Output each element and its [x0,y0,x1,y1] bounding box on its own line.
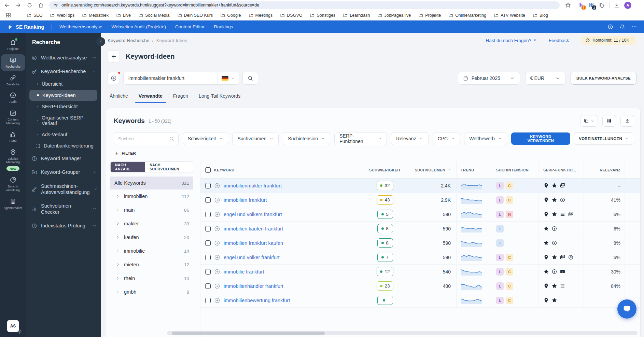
rail-item-recherche[interactable]: Recherche [1,54,25,71]
row-checkbox[interactable] [205,240,211,246]
rail-item-backlinks[interactable]: Backlinks [1,72,25,89]
group-item-gmbh[interactable]: gmbh8 [110,285,193,299]
brand[interactable]: SE Ranking [7,24,44,30]
presets-button[interactable]: VOREINSTELLUNGEN [574,132,634,145]
keyword-link[interactable]: immobilienbewertung frankfurt [224,298,290,303]
columns-button[interactable] [602,115,616,127]
use-keyword-button[interactable]: KEYWORD VERWENDEN [511,132,570,145]
topnav-item[interactable]: Wettbewerbsanalyse [59,24,102,29]
topnav-item[interactable]: Rankings [214,24,233,29]
region-select[interactable] [217,72,239,84]
keyword-input[interactable] [124,75,217,81]
table-row[interactable]: immobilien frankfurt kaufen8590I$8% [200,236,640,250]
back-button[interactable] [108,50,120,62]
extension-1[interactable]: 7 [578,2,584,8]
row-checkbox[interactable] [205,269,211,275]
back-icon[interactable] [4,2,10,8]
sidebar-item-keyword-grouper[interactable]: Keyword-Grouper [26,165,101,179]
filter-pill-schwierigkeit[interactable]: Schwierigkeit [183,132,228,145]
rail-item-smm[interactable]: SMM [1,129,25,145]
add-keyword-button[interactable] [108,72,120,84]
chat-button[interactable] [617,299,636,319]
bookmark-item[interactable]: Google [220,13,241,18]
sidebar-item-keyword-manager[interactable]: Keyword Manager [26,152,101,165]
search-button[interactable] [242,72,258,85]
sidebar-item-keyword-recherche[interactable]: Keyword-Recherche [26,65,101,78]
bookmark-item[interactable]: Meetings [249,13,273,18]
row-checkbox[interactable] [205,298,211,303]
plus-circle-icon[interactable] [214,226,220,232]
scrollbar-thumb[interactable] [172,332,325,335]
keyword-link[interactable]: immobilienmakler frankfurt [224,183,282,188]
group-item-main[interactable]: main86 [110,203,193,217]
keyword-link[interactable]: immobilien frankfurt [224,197,267,203]
tab--hnliche[interactable]: Ähnliche [109,90,129,103]
sidebar-subitem--bersicht[interactable]: Übersicht [29,79,97,89]
home-icon[interactable] [38,2,44,8]
table-row[interactable]: immobilienmakler frankfurt322.4KLC– [200,179,640,193]
chevron-down-icon[interactable] [447,168,451,172]
forward-icon[interactable] [15,2,21,8]
group-item-immobilien[interactable]: immobilien112 [110,189,193,203]
rail-item-content-marketing[interactable]: Content Marketing [1,107,25,128]
currency-select[interactable]: € EUR [525,72,565,85]
plus-circle-icon[interactable] [214,240,220,246]
group-toggle-0[interactable]: NACH ANZAHL [111,162,145,172]
bookmark-item[interactable]: SEO [27,13,42,18]
browser-avatar[interactable]: A [624,2,631,9]
sidebar-subitem-serp-bersicht[interactable]: SERP-Übersicht [29,101,97,112]
sidebar-item-suchmaschinen-autovervollst-ndigung[interactable]: Suchmaschinen-Autovervollständigung [26,179,101,199]
rail-item-projekte[interactable]: Projekte [1,37,25,53]
export-button[interactable] [620,115,634,127]
tab-long-tail-keywords[interactable]: Long-Tail Keywords [198,90,241,103]
sidebar-subitem-ads-verlauf[interactable]: Ads-Verlauf [29,129,97,140]
table-row[interactable]: immobilien frankfurt432.9KLC$41% [200,193,640,207]
gear-icon[interactable] [17,329,22,334]
plus-circle-icon[interactable] [214,197,220,203]
bookmark-item[interactable]: ATV Website [494,13,525,18]
bookmark-item[interactable]: JobPages.live [377,13,411,18]
url-bar[interactable]: online.seranking.com/research.keywords.h… [49,1,560,9]
sidebar-item-wettbewerbsanalyse[interactable]: Wettbewerbsanalyse [26,51,101,65]
group-item-kaufen[interactable]: kaufen20 [110,230,193,244]
group-item-makler[interactable]: makler33 [110,217,193,230]
bookmark-item[interactable]: Learndash [343,13,370,18]
table-row[interactable]: immobilienhändler frankfurt23480LC84% [200,279,640,293]
plus-circle-icon[interactable] [214,297,220,304]
bookmark-item[interactable]: Dein SEO Kurs [177,13,213,18]
bookmark-item[interactable]: OnlineMarketing [448,13,486,18]
tab-verwandte[interactable]: Verwandte [138,90,163,103]
plus-circle-icon[interactable] [214,254,220,261]
keyword-link[interactable]: immobilien kaufen frankfurt [224,226,283,231]
keyword-link[interactable]: immobilie frankfurt [224,269,264,275]
row-checkbox[interactable] [205,212,211,217]
site-settings-icon[interactable] [53,3,58,8]
more-menu-icon[interactable] [631,24,637,30]
row-checkbox[interactable] [205,197,211,203]
group-item-immobilie[interactable]: immobilie14 [110,244,193,258]
rail-item-lokales-marketing[interactable]: Lokales MarketingNew [1,146,25,173]
filter-pill-suchvolumen[interactable]: Suchvolumen [232,132,279,145]
bookmark-item[interactable]: DSGVO [280,13,302,18]
row-checkbox[interactable] [205,183,211,188]
topnav-item[interactable]: Content Editor [175,24,205,29]
filter-pill-serp-funktionen[interactable]: SERP-Funktionen [334,132,387,145]
row-checkbox[interactable] [205,255,211,260]
row-checkbox[interactable] [205,283,211,289]
table-row[interactable]: engel und völker frankfurt7590LC$6% [200,250,640,265]
sidebar-item-suchvolumen-checker[interactable]: Suchvolumen-Checker [26,199,101,219]
sidebar-subitem-keyword-ideen[interactable]: Keyword-Ideen [29,90,97,101]
plus-circle-icon[interactable] [214,269,220,275]
plus-circle-icon[interactable] [214,211,220,217]
filter-pill-cpc[interactable]: CPC [433,132,460,145]
sidebar-item-indexstatus-pr-fung[interactable]: Indexstatus-Prüfung [26,219,101,233]
bulk-analysis-button[interactable]: BULK KEYWORD-ANALYSE [571,72,636,85]
rail-item-bericht-erstellung[interactable]: Bericht-erstellung [1,174,25,195]
feedback-link[interactable]: Feedback [549,38,569,43]
bookmark-item[interactable]: Live [116,13,131,18]
questions-link[interactable]: Hast du noch Fragen?▼ [486,38,536,43]
table-row[interactable]: engel und völkers frankfurt5590LN6% [200,207,640,222]
plus-circle-icon[interactable] [214,283,220,289]
bookmark-item[interactable]: Sonstiges [310,13,335,18]
filter-pill-wettbewerb[interactable]: Wettbewerb [464,132,507,145]
